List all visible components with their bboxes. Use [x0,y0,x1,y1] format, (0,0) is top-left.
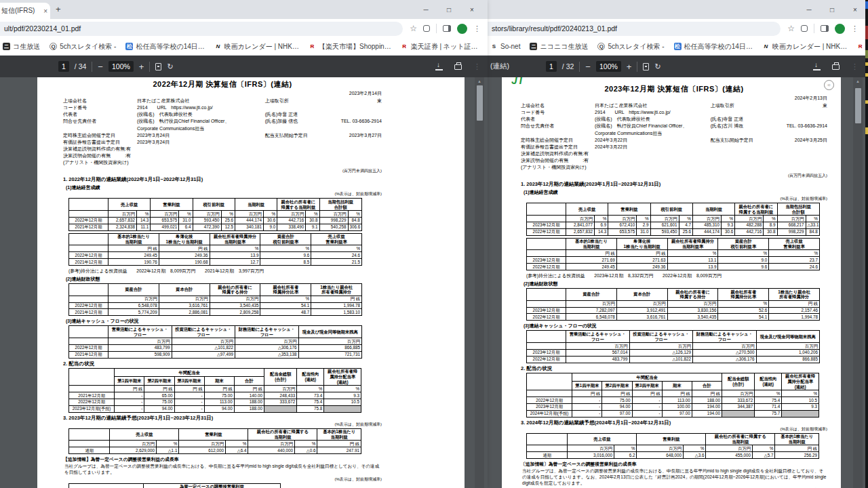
additional-info-paragraph: 当社グループは、為替一定ベースの調整後営業利益の成長率における、中長期に亘る年平… [522,468,827,487]
column-header: 親会社所有者帰 属持分配当率 (連結) [782,373,819,390]
pdf-menu-icon[interactable]: ⋮ [473,62,481,71]
profile-avatar[interactable] [835,24,845,34]
scrollbar-thumb[interactable] [477,85,483,121]
column-header: 配当性向 (連結) [755,373,782,390]
bookmark-item[interactable]: R【楽天市場】Shoppin… [309,42,391,52]
cell-value: 567,014 [566,349,630,356]
download-icon[interactable] [813,63,821,70]
page-number-input[interactable]: 1 [58,61,69,72]
cell-value: 円 銭 [775,445,819,452]
cell-value: 8.9 [764,222,777,228]
profile-avatar[interactable] [457,24,467,34]
pdf-menu-icon[interactable]: ⋮ [851,62,859,71]
rotate-icon[interactable]: ↻ [654,62,660,71]
scrollbar-thumb[interactable] [855,88,861,123]
additional-info-title: 〔追加情報〕為替一定ベースの調整後営業利益の成長率 [521,461,827,468]
dividends-table: 年間配当金配当金総額 (合計)配当性向 (連結)親会社所有者帰 属持分配当率 (… [526,373,819,418]
cell-value: △5.7 [753,452,775,459]
new-tab-button[interactable]: + [56,4,61,14]
scroll-up-arrow[interactable]: ▲ [853,77,863,83]
cell-value: 円 銭 [159,245,210,252]
cell-value: 百万円 [667,300,718,307]
window-controls: ─ □ × [805,0,859,19]
bookmark-item[interactable]: ニニコニコ生放送 [530,42,588,52]
bookmark-item[interactable]: ニコ生放送 [3,42,40,52]
cell-value: 866,885 [298,344,362,351]
cell-value: 621,601 [650,222,679,228]
cell-value: 483,799 [566,356,630,363]
print-icon[interactable] [832,64,840,70]
browser-menu-icon[interactable]: ⋮ [851,24,859,33]
download-icon[interactable] [435,63,443,70]
bookmark-item[interactable]: SSo-net [490,43,520,50]
address-bar[interactable]: stors/library/result/pdf/20240213_01.pdf [488,22,781,36]
cell-value: 円 銭 [602,390,632,397]
extensions-icon[interactable] [423,25,430,32]
cell-value: 249.45 [566,264,617,270]
cell-value: 9.6 [260,252,311,259]
bookmark-item[interactable]: R【楽天市場】Shoppin… [856,42,865,52]
cell-value: 648,000 [637,452,684,459]
cell-value [69,296,108,302]
cell-value: 249.45 [108,252,159,259]
tab-kessan-tanshin[interactable]: 短信(IFRS) × [0,3,50,19]
bookmark-item[interactable]: N映画カレンダー | NHK… [762,42,847,52]
zoom-out-button[interactable]: − [585,62,591,72]
row-label: 2022年12月期 [69,302,108,309]
bookmark-item[interactable]: R楽天証券 | ネット証… [401,42,478,52]
column-header [527,238,566,250]
scroll-up-arrow[interactable]: ▲ [475,77,484,83]
maximize-button[interactable]: □ [828,6,836,14]
zoom-level[interactable]: 100% [108,61,134,72]
info-value: (役職名) 代表取締役社長 [137,111,262,118]
cell-value: 444,174 [692,228,721,235]
print-icon[interactable] [454,64,462,70]
cell-value: 593,450 [650,228,679,235]
bookmark-item[interactable]: Q5chスレタイ検索 - [50,42,116,52]
cell-value: 4.7 [679,222,692,228]
section-title-forecast: 3. 2023年12月期の連結業績予想(2023年1月1日~2023年12月31… [63,415,382,422]
column-header [69,284,108,296]
close-button[interactable]: × [468,6,476,14]
browser-menu-icon[interactable]: ⋮ [473,24,481,33]
cell-value: 百万円 [298,338,362,345]
fit-page-icon[interactable] [643,63,649,70]
maximize-button[interactable]: □ [445,6,453,14]
address-bar[interactable]: ult/pdf/20230214_01.pdf [0,22,403,36]
fit-page-icon[interactable] [155,63,161,70]
cell-value: % [721,216,734,222]
column-header: 親会社の所有者に 帰属する持分 [210,284,260,296]
cell-value: 円 銭 [311,296,362,302]
minimize-button[interactable]: ─ [805,6,813,14]
cell-value: 2,324,838 [108,224,137,230]
cell-value: % [667,250,718,257]
zoom-level[interactable]: 100% [596,61,621,72]
bookmark-label: 楽天証券 | ネット証… [411,42,478,52]
pdf-scrollbar[interactable]: ▲ [853,77,863,488]
rotate-icon[interactable]: ↻ [167,62,173,71]
extensions-icon[interactable] [801,25,808,32]
bookmark-item[interactable]: Q5chスレタイ検索 - [597,42,664,52]
bookmark-label: 5chスレタイ検索 - [608,42,664,52]
side-panel-icon[interactable] [821,25,829,32]
pdf-document-title: (連結) [488,62,546,71]
bookmark-star-icon[interactable]: ☆ [410,24,417,33]
bookmark-item[interactable]: 松松任高等学校の14日… [674,42,753,52]
pdf-scrollbar[interactable]: ▲ [475,77,484,488]
zoom-in-button[interactable]: + [139,62,144,72]
operating-results-table: 売上収益営業利益税引前利益当期利益親会社の所有者に 帰属する当期利益当期包括利益… [68,198,362,230]
page-number-input[interactable]: 1 [546,61,557,72]
info-label: 代表者 [63,111,134,118]
side-panel-icon[interactable] [443,25,451,32]
bookmark-star-icon[interactable]: ☆ [787,24,795,33]
zoom-out-button[interactable]: − [98,62,103,72]
zoom-in-button[interactable]: + [627,62,632,72]
close-button[interactable]: × [851,6,859,14]
bookmark-item[interactable]: 松松任高等学校の14日… [125,42,204,52]
browser-toolbar: stors/library/result/pdf/20240213_01.pdf… [488,19,865,38]
bookmark-item[interactable]: N映画カレンダー | NHK… [214,42,299,52]
cell-value: △126,129 [629,349,693,356]
tab-close-icon[interactable]: × [43,7,47,15]
page-total-label: / 32 [562,62,574,70]
minimize-button[interactable]: ─ [422,6,430,14]
